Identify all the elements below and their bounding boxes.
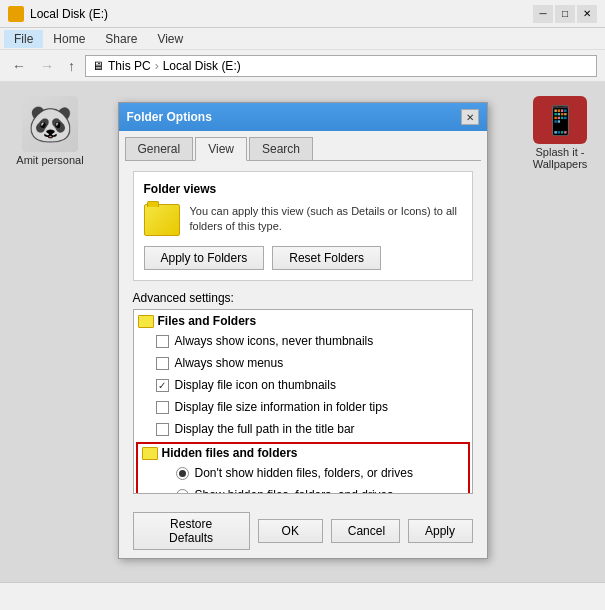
setting-label: Show hidden files, folders, and drives [195,486,394,494]
cancel-button[interactable]: Cancel [331,519,400,543]
setting-item[interactable]: Always show icons, never thumbnails [134,330,472,352]
files-and-folders-header: Files and Folders [134,312,472,330]
setting-label: Display the full path in the title bar [175,420,355,438]
title-bar: Local Disk (E:) ─ □ ✕ [0,0,605,28]
breadcrumb[interactable]: 🖥 This PC › Local Disk (E:) [85,55,597,77]
folder-views-buttons: Apply to Folders Reset Folders [144,246,462,270]
folder-icon-small [138,315,154,328]
setting-item[interactable]: Display file icon on thumbnails [134,374,472,396]
menu-bar: File Home Share View [0,28,605,50]
app-icon [8,6,24,22]
setting-label: Always show menus [175,354,284,372]
setting-label: Display file size information in folder … [175,398,388,416]
setting-label: Don't show hidden files, folders, or dri… [195,464,413,482]
breadcrumb-sep: › [155,59,159,73]
tab-general[interactable]: General [125,137,194,160]
dialog-title: Folder Options [127,110,212,124]
dialog-content: Folder views You can apply this view (su… [119,161,487,504]
checkbox-file-icon[interactable] [156,379,169,392]
checkbox-icons[interactable] [156,335,169,348]
setting-item[interactable]: Display file size information in folder … [134,396,472,418]
status-bar [0,582,605,610]
menu-share[interactable]: Share [95,30,147,48]
breadcrumb-this-pc[interactable]: This PC [108,59,151,73]
breadcrumb-local-disk[interactable]: Local Disk (E:) [163,59,241,73]
restore-defaults-button[interactable]: Restore Defaults [133,512,250,550]
setting-item[interactable]: Always show menus [134,352,472,374]
dialog-close-button[interactable]: ✕ [461,109,479,125]
address-bar: ← → ↑ 🖥 This PC › Local Disk (E:) [0,50,605,82]
tab-view[interactable]: View [195,137,247,161]
close-button[interactable]: ✕ [577,5,597,23]
menu-view[interactable]: View [147,30,193,48]
main-content: 🐼 Amit personal 📱 Splash it - Wallpapers… [0,82,605,582]
folder-icon-small-hidden [142,447,158,460]
folder-views-description: You can apply this view (such as Details… [190,204,462,235]
radio-show[interactable] [176,489,189,495]
tab-search[interactable]: Search [249,137,313,160]
back-button[interactable]: ← [8,56,30,76]
group-label: Files and Folders [158,314,257,328]
apply-to-folders-button[interactable]: Apply to Folders [144,246,265,270]
dialog-tabs: General View Search [119,131,487,160]
setting-item[interactable]: Don't show hidden files, folders, or dri… [138,462,468,484]
checkbox-file-size[interactable] [156,401,169,414]
folder-views-inner: You can apply this view (such as Details… [144,204,462,236]
dialog-controls: ✕ [461,109,479,125]
setting-label: Display file icon on thumbnails [175,376,336,394]
folder-views-section: Folder views You can apply this view (su… [133,171,473,281]
ok-button[interactable]: OK [258,519,323,543]
setting-label: Always show icons, never thumbnails [175,332,374,350]
setting-item[interactable]: Show hidden files, folders, and drives [138,484,468,494]
menu-file[interactable]: File [4,30,43,48]
reset-folders-button[interactable]: Reset Folders [272,246,381,270]
title-text: Local Disk (E:) [30,7,108,21]
radio-dont-show[interactable] [176,467,189,480]
folder-options-dialog: Folder Options ✕ General View Search Fol… [118,102,488,559]
settings-list[interactable]: Files and Folders Always show icons, nev… [133,309,473,494]
forward-button[interactable]: → [36,56,58,76]
up-button[interactable]: ↑ [64,56,79,76]
setting-item[interactable]: Display the full path in the title bar [134,418,472,440]
dialog-title-bar: Folder Options ✕ [119,103,487,131]
modal-overlay: Folder Options ✕ General View Search Fol… [0,82,605,582]
maximize-button[interactable]: □ [555,5,575,23]
minimize-button[interactable]: ─ [533,5,553,23]
folder-icon [144,204,180,236]
checkbox-full-path[interactable] [156,423,169,436]
folder-views-title: Folder views [144,182,462,196]
advanced-settings-label: Advanced settings: [133,291,473,305]
hidden-files-header: Hidden files and folders [138,444,468,462]
breadcrumb-computer-icon: 🖥 [92,59,104,73]
menu-home[interactable]: Home [43,30,95,48]
apply-button[interactable]: Apply [408,519,473,543]
group-label: Hidden files and folders [162,446,298,460]
dialog-footer: Restore Defaults OK Cancel Apply [119,504,487,558]
checkbox-menus[interactable] [156,357,169,370]
window-controls: ─ □ ✕ [533,5,597,23]
